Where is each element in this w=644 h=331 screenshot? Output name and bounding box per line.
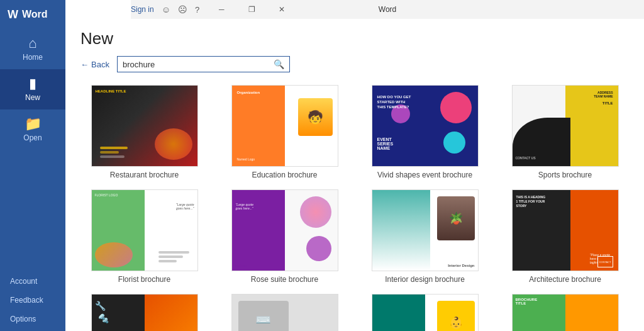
template-thumb-rose: "Large quotegoes here..." Carlisso bbox=[231, 189, 338, 271]
sidebar-item-account[interactable]: Account bbox=[0, 272, 65, 291]
templates-area: HEADLINE TITLE Restaurant brochure bbox=[65, 80, 644, 331]
template-teal[interactable]: 👶 HOW DO YOU GET bbox=[361, 294, 489, 331]
template-label-architecture: Architecture brochure bbox=[529, 275, 601, 284]
template-rose[interactable]: "Large quotegoes here..." Carlisso Rose … bbox=[221, 189, 348, 284]
sidebar-item-label-home: Home bbox=[23, 53, 43, 62]
sidebar-item-label-new: New bbox=[25, 93, 40, 102]
template-thumb-sports: ADDRESSTEAM NAME TITLE CONTACT US bbox=[512, 85, 619, 167]
smiley-icon: ☺ bbox=[162, 4, 170, 14]
sidebar: W Word ⌂ Home ▮ New 📁 Open Account Feedb… bbox=[0, 0, 65, 331]
help-button[interactable]: ? bbox=[195, 5, 199, 14]
template-label-florist: Florist brochure bbox=[118, 275, 170, 284]
page-title: New bbox=[80, 29, 629, 48]
template-restaurant[interactable]: HEADLINE TITLE Restaurant brochure bbox=[80, 85, 208, 179]
page-header: New ← Back 🔍 bbox=[65, 19, 644, 80]
template-sports[interactable]: ADDRESSTEAM NAME TITLE CONTACT US Sports… bbox=[501, 85, 629, 179]
home-icon: ⌂ bbox=[28, 36, 36, 50]
template-label-vivid: Vivid shapes event brochure bbox=[377, 171, 472, 179]
template-thumb-teal: 👶 HOW DO YOU GET bbox=[372, 294, 479, 331]
template-interior[interactable]: 🪴 Interior Design Interior design brochu… bbox=[361, 189, 489, 284]
search-input-wrap: 🔍 bbox=[117, 56, 290, 72]
sidebar-item-options[interactable]: Options bbox=[0, 310, 65, 328]
template-thumb-restaurant: HEADLINE TITLE bbox=[91, 85, 198, 167]
template-label-restaurant: Restaurant brochure bbox=[110, 171, 179, 179]
back-arrow-icon: ← bbox=[80, 60, 89, 69]
open-icon: 📁 bbox=[25, 117, 42, 131]
template-thumb-florist: FLORIST LOGO "Large quotegoes here..." bbox=[91, 189, 198, 271]
sidebar-item-new[interactable]: ▮ New bbox=[0, 69, 65, 109]
template-florist[interactable]: FLORIST LOGO "Large quotegoes here..." F… bbox=[80, 189, 208, 284]
template-thumb-keyboard: ⌨️ CONTACT US BROCHURE bbox=[231, 294, 338, 331]
template-education[interactable]: Organization Named Logo 🧒 Education broc… bbox=[221, 85, 348, 179]
template-label-education: Education brochure bbox=[252, 171, 317, 179]
search-input[interactable] bbox=[118, 57, 269, 72]
sidebar-item-open[interactable]: 📁 Open bbox=[0, 109, 65, 150]
main-content: Word Sign in ☺ ☹ ? ─ ❐ ✕ New ← Back 🔍 bbox=[65, 0, 644, 331]
search-icon: 🔍 bbox=[274, 59, 284, 69]
sidebar-bottom: Account Feedback Options bbox=[0, 272, 65, 331]
template-label-interior: Interior design brochure bbox=[385, 275, 465, 284]
titlebar: Word Sign in ☺ ☹ ? ─ ❐ ✕ bbox=[131, 0, 644, 19]
template-thumb-colorful: BROCHURETITLE SUMMEREDITION bbox=[512, 294, 619, 331]
template-label-sports: Sports brochure bbox=[538, 171, 592, 179]
sidebar-nav: ⌂ Home ▮ New 📁 Open bbox=[0, 29, 65, 272]
search-bar: ← Back 🔍 bbox=[80, 56, 629, 72]
search-button[interactable]: 🔍 bbox=[269, 57, 289, 72]
template-thumb-tools: 🔧 🔩 ABOUT US CONTACT US bbox=[91, 294, 198, 331]
template-thumb-architecture: THIS IS A HEADING1 TITLE FOR YOURSTORY "… bbox=[512, 189, 619, 271]
template-architecture[interactable]: THIS IS A HEADING1 TITLE FOR YOURSTORY "… bbox=[501, 189, 629, 284]
minimize-button[interactable]: ─ bbox=[207, 0, 236, 19]
templates-grid: HEADLINE TITLE Restaurant brochure bbox=[80, 85, 629, 331]
template-thumb-education: Organization Named Logo 🧒 bbox=[231, 85, 338, 167]
titlebar-right: Sign in ☺ ☹ ? ─ ❐ ✕ bbox=[131, 0, 299, 19]
close-button[interactable]: ✕ bbox=[267, 0, 296, 19]
app-logo: W Word bbox=[0, 0, 65, 29]
template-keyboard[interactable]: ⌨️ CONTACT US BROCHURE bbox=[221, 294, 348, 331]
sidebar-item-feedback[interactable]: Feedback bbox=[0, 291, 65, 310]
window-controls: ─ ❐ ✕ bbox=[207, 0, 296, 19]
template-label-rose: Rose suite brochure bbox=[251, 275, 318, 284]
back-label: Back bbox=[91, 60, 109, 69]
app-icon: W bbox=[8, 8, 18, 21]
back-button[interactable]: ← Back bbox=[80, 60, 109, 69]
template-thumb-interior: 🪴 Interior Design bbox=[372, 189, 479, 271]
titlebar-label: Word bbox=[379, 5, 396, 14]
template-vivid[interactable]: HOW DO YOU GETSTARTED WITHTHIS TEMPLATE?… bbox=[361, 85, 489, 179]
sidebar-item-label-open: Open bbox=[23, 133, 42, 142]
restore-button[interactable]: ❐ bbox=[237, 0, 266, 19]
template-tools[interactable]: 🔧 🔩 ABOUT US CONTACT US bbox=[80, 294, 208, 331]
signin-button[interactable]: Sign in bbox=[131, 5, 154, 14]
frown-icon: ☹ bbox=[178, 4, 187, 14]
app-name: Word bbox=[22, 9, 48, 20]
sidebar-item-home[interactable]: ⌂ Home bbox=[0, 29, 65, 69]
template-thumb-vivid: HOW DO YOU GETSTARTED WITHTHIS TEMPLATE?… bbox=[372, 85, 479, 167]
template-colorful[interactable]: BROCHURETITLE SUMMEREDITION bbox=[501, 294, 629, 331]
new-icon: ▮ bbox=[29, 77, 36, 91]
